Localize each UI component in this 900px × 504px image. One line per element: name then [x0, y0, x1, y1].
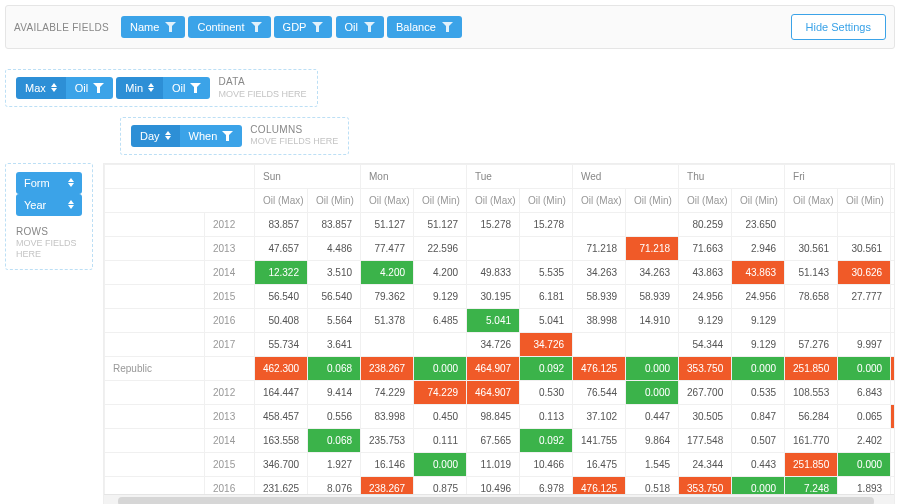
data-cell: 353.750	[679, 476, 732, 494]
data-cell: 83.857	[255, 212, 308, 236]
data-cell: 464.907	[467, 356, 520, 380]
data-cell: 24.344	[679, 452, 732, 476]
data-cell	[891, 260, 894, 284]
data-cell: 0.518	[626, 476, 679, 494]
day-header: Thu	[679, 164, 785, 188]
year-cell: 2017	[205, 332, 255, 356]
metric-header: Oil (Max)	[679, 188, 732, 212]
data-cell: 0.000	[414, 356, 467, 380]
data-dropzone[interactable]: MaxOil MinOil DATA MOVE FIELDS HERE	[5, 69, 318, 107]
data-cell: 458.457	[255, 404, 308, 428]
hide-settings-button[interactable]: Hide Settings	[791, 14, 886, 40]
year-cell: 2012	[205, 380, 255, 404]
data-cell: 108.553	[785, 380, 838, 404]
data-cell: 5.041	[467, 308, 520, 332]
data-cell: 9.414	[308, 380, 361, 404]
data-cell: 74.229	[361, 380, 414, 404]
data-cell	[626, 212, 679, 236]
data-cell: 56.284	[785, 404, 838, 428]
data-cell: 38.998	[573, 308, 626, 332]
pivot-grid-scroll[interactable]: SunMonTueWedThuFriSOil (Max)Oil (Min)Oil…	[104, 164, 894, 494]
data-cell: 51.378	[361, 308, 414, 332]
data-chip-1[interactable]: MinOil	[116, 77, 210, 99]
rows-zone-title: ROWS	[16, 226, 82, 239]
data-cell: 346.700	[255, 452, 308, 476]
data-cell: 0.065	[838, 404, 891, 428]
data-cell	[891, 356, 894, 380]
data-cell: 2.402	[838, 428, 891, 452]
table-row: 2016231.6258.076238.2670.87510.4966.9784…	[105, 476, 895, 494]
metric-header: Oil (Max)	[467, 188, 520, 212]
data-cell: 11.019	[467, 452, 520, 476]
data-cell: 47.657	[255, 236, 308, 260]
data-cell: 9.129	[732, 332, 785, 356]
data-cell: 5.564	[308, 308, 361, 332]
data-cell: 27.777	[838, 284, 891, 308]
data-cell: 56.540	[308, 284, 361, 308]
columns-dropzone[interactable]: DayWhen COLUMNS MOVE FIELDS HERE	[120, 117, 349, 155]
metric-header: Oil (Max)	[785, 188, 838, 212]
data-cell: 0.000	[626, 356, 679, 380]
data-cell	[414, 332, 467, 356]
year-cell: 2012	[205, 212, 255, 236]
rows-dropzone[interactable]: FormYear ROWS MOVE FIELDS HERE	[5, 163, 93, 270]
data-cell: 141.755	[573, 428, 626, 452]
data-cell	[626, 332, 679, 356]
field-chip-gdp[interactable]: GDP	[274, 16, 333, 38]
data-cell: 71.218	[626, 236, 679, 260]
data-cell: 9.129	[732, 308, 785, 332]
data-chip-0[interactable]: MaxOil	[16, 77, 113, 99]
data-cell	[891, 404, 894, 428]
data-cell: 22.596	[414, 236, 467, 260]
data-cell: 83.857	[308, 212, 361, 236]
data-cell: 1.893	[838, 476, 891, 494]
data-cell: 55.734	[255, 332, 308, 356]
data-cell: 30.195	[467, 284, 520, 308]
data-zone-title: DATA	[218, 76, 306, 89]
field-chip-balance[interactable]: Balance	[387, 16, 462, 38]
filter-icon	[222, 131, 233, 141]
horizontal-scrollbar[interactable]	[104, 494, 894, 505]
data-cell: 0.068	[308, 356, 361, 380]
data-cell: 50.408	[255, 308, 308, 332]
column-chip-0[interactable]: DayWhen	[131, 125, 242, 147]
data-cell: 9.864	[626, 428, 679, 452]
metric-header: Oil (Max)	[361, 188, 414, 212]
row-chip-year[interactable]: Year	[16, 194, 82, 216]
row-chip-form[interactable]: Form	[16, 172, 82, 194]
data-cell: 58.939	[573, 284, 626, 308]
table-row: 2013458.4570.55683.9980.45098.8450.11337…	[105, 404, 895, 428]
filter-icon	[312, 22, 323, 32]
data-cell: 0.000	[838, 356, 891, 380]
data-cell	[838, 212, 891, 236]
data-cell: 16.146	[361, 452, 414, 476]
filter-icon	[165, 22, 176, 32]
filter-icon	[190, 83, 201, 93]
data-cell: 71.218	[573, 236, 626, 260]
data-cell: 476.125	[573, 476, 626, 494]
data-cell: 4.200	[414, 260, 467, 284]
data-cell: 0.507	[732, 428, 785, 452]
data-cell: 51.127	[361, 212, 414, 236]
available-fields: AVAILABLE FIELDS Name Continent GDP Oil …	[14, 16, 462, 38]
data-cell: 34.263	[573, 260, 626, 284]
data-cell: 49.833	[467, 260, 520, 284]
field-chip-oil[interactable]: Oil	[336, 16, 384, 38]
rows-zone-sub: MOVE FIELDS HERE	[16, 238, 82, 261]
day-header: Sun	[255, 164, 361, 188]
data-cell: 71.663	[679, 236, 732, 260]
data-cell: 231.625	[255, 476, 308, 494]
filter-icon	[364, 22, 375, 32]
field-chip-name[interactable]: Name	[121, 16, 185, 38]
data-cell: 8.076	[308, 476, 361, 494]
table-row: 2012164.4479.41474.22974.229464.9070.530…	[105, 380, 895, 404]
field-chip-continent[interactable]: Continent	[188, 16, 270, 38]
table-row: 201650.4085.56451.3786.4855.0415.04138.9…	[105, 308, 895, 332]
data-cell	[573, 212, 626, 236]
data-zone-sub: MOVE FIELDS HERE	[218, 89, 306, 100]
data-cell	[361, 332, 414, 356]
data-cell: 161.770	[785, 428, 838, 452]
data-cell	[785, 212, 838, 236]
data-cell: 164.447	[255, 380, 308, 404]
data-cell: 83.998	[361, 404, 414, 428]
